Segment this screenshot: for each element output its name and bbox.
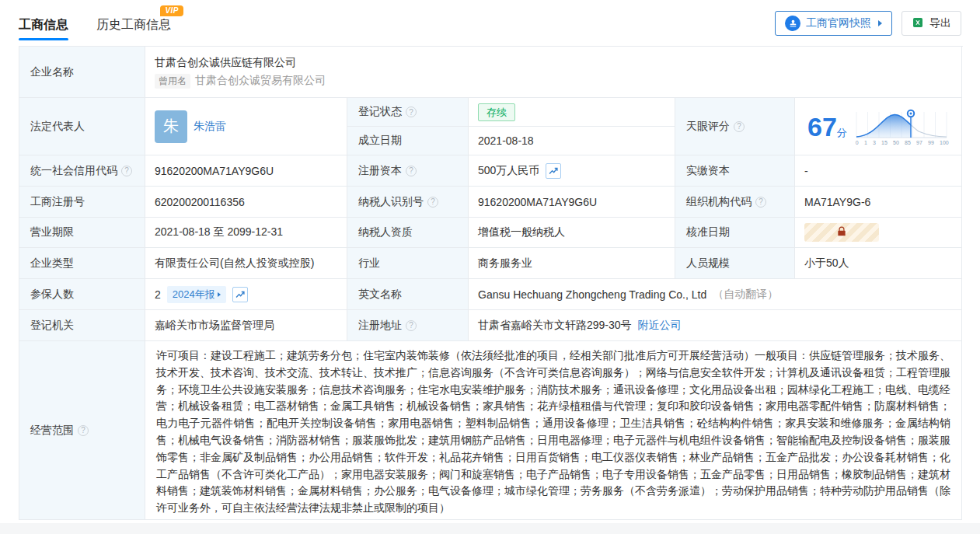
score-axis-tick: 15 [881,140,888,145]
field-value-reg-status: 存续 [469,98,675,127]
score-axis-tick: 50 [893,140,899,145]
legal-rep-avatar[interactable]: 朱 [155,110,187,143]
label-text: 成立日期 [358,134,402,148]
former-name-line: 曾用名 甘肃合创众诚贸易有限公司 [155,74,326,89]
credit-code-text: 91620200MA71AY9G6U [155,165,274,177]
label-text: 注册地址 [358,319,402,333]
company-name-text: 甘肃合创众诚供应链有限公司 [155,56,296,70]
score-axis-tick: 99 [928,140,934,145]
header-actions: 工商官网快照 导出 [775,11,961,36]
label-text: 登记状态 [358,105,402,119]
help-icon[interactable] [406,166,417,176]
tab-history-label: 历史工商信息 [96,18,171,31]
taxpayer-quality-text: 增值税一般纳税人 [478,225,565,239]
tab-business-info-label: 工商信息 [19,18,68,31]
score-axis-tick: 3 [873,140,876,145]
score-axis-tick: 97 [916,140,922,145]
help-icon[interactable] [406,106,417,117]
excel-icon [912,16,924,31]
label-text: 参保人数 [30,288,74,302]
label-text: 工商注册号 [30,195,85,209]
nearby-companies-link[interactable]: 附近公司 [638,319,682,333]
vip-badge: VIP [160,5,183,16]
score-value[interactable]: 67分 [807,113,847,140]
field-value-credit-code: 91620200MA71AY9G6U [145,155,347,187]
help-icon[interactable] [121,166,132,176]
stamp-icon [785,16,800,31]
annual-report-badge[interactable]: 2024年报 [167,286,226,303]
official-snapshot-button[interactable]: 工商官网快照 [775,11,892,36]
insured-trend-icon[interactable] [232,287,248,302]
annual-report-badge-label: 2024年报 [173,288,215,302]
field-value-reg-address: 甘肃省嘉峪关市文轩路299-30号 附近公司 [469,310,962,341]
reg-address-text: 甘肃省嘉峪关市文轩路299-30号 [478,319,632,333]
score-distribution-chart: 0131550859799100 [855,108,950,145]
label-text: 营业期限 [30,225,74,239]
field-value-establish-date: 2021-08-18 [469,127,675,155]
field-value-english-name: Gansu Hechuang Zhongcheng Trading Co., L… [469,279,962,310]
score-number: 67 [807,112,837,141]
field-label-business-scope: 经营范围 [19,341,145,520]
field-value-org-code: MA71AY9G-6 [795,187,962,218]
status-badge: 存续 [478,103,515,121]
score-axis-tick: 0 [856,140,859,145]
help-icon[interactable] [427,197,438,208]
field-label-staff-size: 人员规模 [675,248,795,279]
field-value-legal-rep: 朱 朱浩雷 [145,98,347,155]
capital-trend-icon[interactable] [546,163,561,179]
field-label-reg-capital: 注册资本 [347,155,469,187]
field-label-reg-authority: 登记机关 [19,310,145,341]
chevron-right-icon [218,292,221,297]
label-text: 核准日期 [686,225,730,239]
lock-icon [836,226,847,239]
field-label-english-name: 英文名称 [347,279,469,310]
field-value-company-name: 甘肃合创众诚供应链有限公司 曾用名 甘肃合创众诚贸易有限公司 [145,47,962,98]
help-icon[interactable] [406,320,417,331]
business-term-text: 2021-08-18 至 2099-12-31 [155,225,283,239]
score-axis-tick: 100 [940,140,949,145]
field-label-legal-rep: 法定代表人 [19,98,145,155]
reg-capital-text: 500万人民币 [478,164,539,178]
label-text: 天眼评分 [686,120,730,134]
tab-history-business-info[interactable]: 历史工商信息 VIP [96,17,171,40]
paid-capital-text: - [804,165,808,177]
field-label-reg-number: 工商注册号 [19,187,145,218]
label-text: 人员规模 [686,257,730,270]
field-value-reg-number: 620200200116356 [145,187,347,218]
export-button[interactable]: 导出 [902,11,961,36]
label-text: 注册资本 [358,164,402,178]
field-label-industry: 行业 [347,248,469,279]
label-text: 纳税人资质 [358,225,413,239]
company-type-text: 有限责任公司(自然人投资或控股) [155,257,314,270]
field-label-company-type: 企业类型 [19,248,145,279]
field-label-org-code: 组织机构代码 [675,187,795,218]
field-label-taxpayer-quality: 纳税人资质 [347,218,469,248]
help-icon[interactable] [78,425,89,436]
org-code-text: MA71AY9G-6 [804,196,870,208]
help-icon[interactable] [734,121,745,132]
taxpayer-id-text: 91620200MA71AY9G6U [478,196,597,208]
help-icon[interactable] [755,197,766,208]
field-value-paid-capital: - [795,155,962,187]
field-value-taxpayer-quality: 增值税一般纳税人 [469,218,675,248]
legal-rep-name-link[interactable]: 朱浩雷 [194,120,226,134]
tab-business-info[interactable]: 工商信息 [19,17,68,40]
former-name-badge: 曾用名 [155,74,190,89]
industry-text: 商务服务业 [478,257,532,270]
field-value-industry: 商务服务业 [469,248,675,279]
reg-authority-text: 嘉峪关市市场监督管理局 [155,319,274,333]
business-scope-text: 许可项目：建设工程施工；建筑劳务分包；住宅室内装饰装修（依法须经批准的项目，经相… [156,347,950,517]
field-label-taxpayer-id: 纳税人识别号 [347,187,469,218]
header: 工商信息 历史工商信息 VIP 工商官网快照 导出 [0,0,980,44]
label-text: 实缴资本 [686,164,730,178]
field-value-company-type: 有限责任公司(自然人投资或控股) [145,248,347,279]
tab-bar: 工商信息 历史工商信息 VIP [19,11,171,40]
field-value-staff-size: 小于50人 [795,248,962,279]
field-label-approval-date: 核准日期 [675,218,795,248]
page-background-strip [0,523,980,534]
locked-value-box[interactable] [804,223,879,242]
field-value-insured-count: 2 2024年报 [145,279,347,310]
score-axis-tick: 85 [905,140,911,145]
field-label-score: 天眼评分 [675,98,795,155]
field-label-establish-date: 成立日期 [347,127,469,155]
